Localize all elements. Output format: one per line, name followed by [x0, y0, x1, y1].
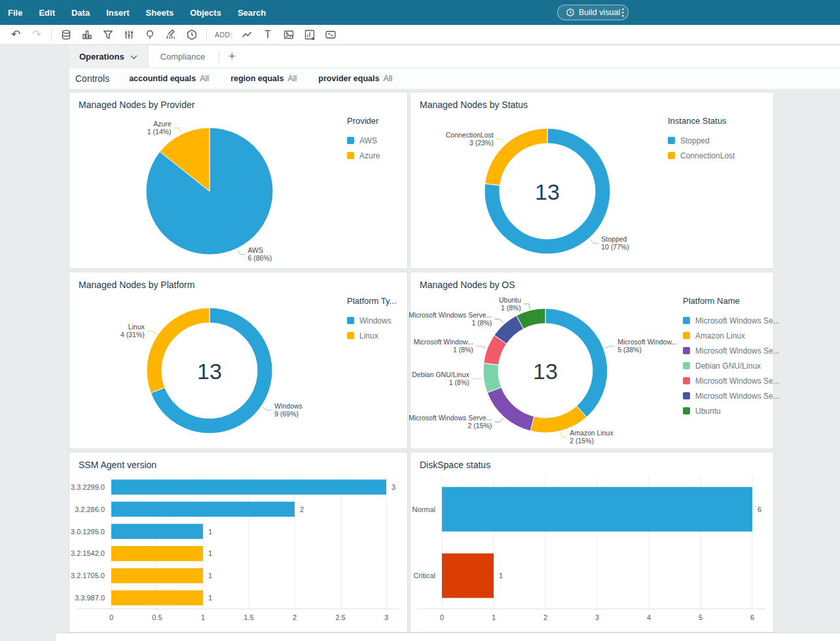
visual-types-icon[interactable] [81, 28, 94, 41]
add-label: ADD: [215, 31, 232, 39]
menu-item-data[interactable]: Data [71, 8, 90, 18]
svg-text:T: T [265, 29, 271, 40]
visual-title: Managed Nodes by Platform [79, 280, 194, 290]
legend-item[interactable]: Azure [347, 148, 380, 163]
legend-item[interactable]: Microsoft Windows Se... [683, 373, 780, 388]
legend-item[interactable]: Amazon Linux [683, 328, 780, 343]
legend-title: Instance Status [668, 116, 735, 126]
legend-item[interactable]: Windows [347, 313, 396, 328]
more-options-kebab-icon[interactable]: ⋮ [618, 5, 628, 20]
legend-title: Provider [347, 116, 380, 126]
svg-text:Windows: Windows [274, 402, 302, 410]
visual-title: Managed Nodes by Provider [79, 100, 194, 110]
legend-swatch [683, 332, 690, 339]
redo-icon[interactable]: ↷ [30, 28, 43, 41]
tab-compliance[interactable]: Compliance [148, 46, 218, 67]
svg-text:10 (77%): 10 (77%) [601, 243, 629, 251]
quicksight-analysis-editor: FileEditDataInsertSheetsObjectsSearch Bu… [0, 0, 840, 641]
legend-title: Platform Ty... [347, 296, 396, 306]
control-region[interactable]: region equalsAll [230, 74, 297, 83]
svg-text:3.3.2299.0: 3.3.2299.0 [71, 483, 105, 491]
control-name: region equals [230, 74, 283, 83]
legend-item[interactable]: AWS [347, 133, 380, 148]
legend-item[interactable]: Linux [347, 328, 396, 343]
svg-text:3.2.1705.0: 3.2.1705.0 [71, 572, 105, 579]
menu-item-insert[interactable]: Insert [106, 8, 129, 18]
sheet-canvas: Operations Compliance + Controls account… [0, 45, 840, 641]
svg-text:0.5: 0.5 [152, 614, 162, 621]
visual-managed-nodes-by-os[interactable]: Managed Nodes by OS Microsoft Window...5… [411, 272, 773, 449]
dataset-icon[interactable] [60, 28, 73, 41]
add-text-icon[interactable]: T [261, 28, 274, 41]
legend-swatch [683, 377, 690, 384]
menu-item-edit[interactable]: Edit [39, 8, 55, 18]
svg-text:5: 5 [699, 614, 703, 621]
legend-item[interactable]: Ubuntu [683, 403, 780, 418]
svg-text:13: 13 [535, 179, 560, 204]
legend: Platform NameMicrosoft Windows Se...Amaz… [683, 296, 780, 418]
legend-item[interactable]: Debian GNU/Linux [683, 358, 780, 373]
svg-text:4: 4 [647, 614, 651, 621]
visual-managed-nodes-by-platform[interactable]: Managed Nodes by Platform Windows9 (69%)… [69, 272, 407, 449]
svg-text:1: 1 [208, 594, 212, 602]
control-accountid[interactable]: accountid equalsAll [129, 74, 209, 83]
legend-label: Amazon Linux [695, 331, 745, 340]
control-name: provider equals [318, 74, 379, 83]
filter-icon[interactable] [101, 28, 115, 41]
menu-item-objects[interactable]: Objects [190, 8, 221, 18]
svg-text:9 (69%): 9 (69%) [274, 410, 299, 418]
control-value[interactable]: All [383, 74, 392, 83]
svg-text:Azure: Azure [153, 120, 172, 128]
svg-text:Critical: Critical [413, 572, 435, 579]
parameters-icon[interactable] [122, 28, 136, 41]
legend-item[interactable]: Microsoft Windows Se... [683, 313, 780, 328]
control-value[interactable]: All [200, 74, 209, 83]
legend-item[interactable]: Stopped [668, 133, 735, 148]
control-value[interactable]: All [287, 74, 297, 83]
add-visual-icon[interactable] [303, 28, 316, 41]
theme-pencil-icon[interactable] [164, 28, 177, 41]
tab-separator [219, 52, 219, 62]
legend-swatch [668, 152, 675, 159]
add-embed-icon[interactable] [324, 28, 337, 41]
svg-text:3.3.987.0: 3.3.987.0 [75, 594, 105, 602]
add-sheet-button[interactable]: + [221, 46, 243, 67]
q-hexagon-clock-icon [566, 8, 575, 17]
insights-bulb-icon[interactable] [143, 28, 156, 41]
tab-operations[interactable]: Operations [69, 46, 148, 67]
legend-item[interactable]: Microsoft Windows Se... [683, 388, 780, 403]
add-line-visual-icon[interactable] [240, 28, 253, 41]
svg-text:Stopped: Stopped [601, 235, 627, 243]
menu-bar-items: FileEditDataInsertSheetsObjectsSearch [8, 8, 282, 18]
svg-text:6: 6 [758, 505, 761, 513]
svg-text:6 (86%): 6 (86%) [247, 254, 272, 262]
visual-diskspace-status[interactable]: DiskSpace status 0123456Normal6Critical1 [411, 452, 773, 632]
svg-text:3.0.1295.0: 3.0.1295.0 [71, 528, 105, 536]
svg-text:3.2.286.0: 3.2.286.0 [75, 505, 105, 513]
control-provider[interactable]: provider equalsAll [318, 74, 392, 83]
legend-label: Windows [359, 316, 392, 325]
menu-item-file[interactable]: File [8, 8, 22, 18]
legend-label: Microsoft Windows Se... [695, 316, 780, 325]
menu-item-search[interactable]: Search [238, 8, 266, 18]
chevron-down-icon[interactable] [130, 52, 137, 62]
scheduled-q-icon[interactable] [185, 28, 198, 41]
svg-text:13: 13 [533, 359, 558, 384]
legend-label: Microsoft Windows Se... [695, 346, 780, 356]
legend-label: ConnectionLost [680, 151, 735, 160]
visual-managed-nodes-by-status[interactable]: Managed Nodes by Status Stopped10 (77%)C… [411, 92, 773, 268]
legend-item[interactable]: ConnectionLost [668, 148, 735, 163]
sheet-tab-bar: Operations Compliance + [69, 46, 840, 68]
visual-ssm-agent-version[interactable]: SSM Agent version 00.511.522.533.3.2299.… [69, 452, 407, 632]
undo-icon[interactable]: ↶ [9, 28, 22, 41]
svg-text:3 (23%): 3 (23%) [469, 139, 494, 147]
legend-item[interactable]: Microsoft Windows Se... [683, 343, 780, 358]
legend-swatch [347, 137, 354, 144]
svg-text:1.5: 1.5 [244, 614, 253, 621]
visual-managed-nodes-by-provider[interactable]: Managed Nodes by Provider AWS6 (86%)Azur… [69, 92, 407, 268]
visual-title: SSM Agent version [79, 460, 156, 470]
menu-item-sheets[interactable]: Sheets [146, 8, 174, 18]
add-image-icon[interactable] [282, 28, 295, 41]
canvas-bottom-edge [56, 632, 840, 641]
svg-text:Amazon Linux: Amazon Linux [570, 429, 613, 437]
